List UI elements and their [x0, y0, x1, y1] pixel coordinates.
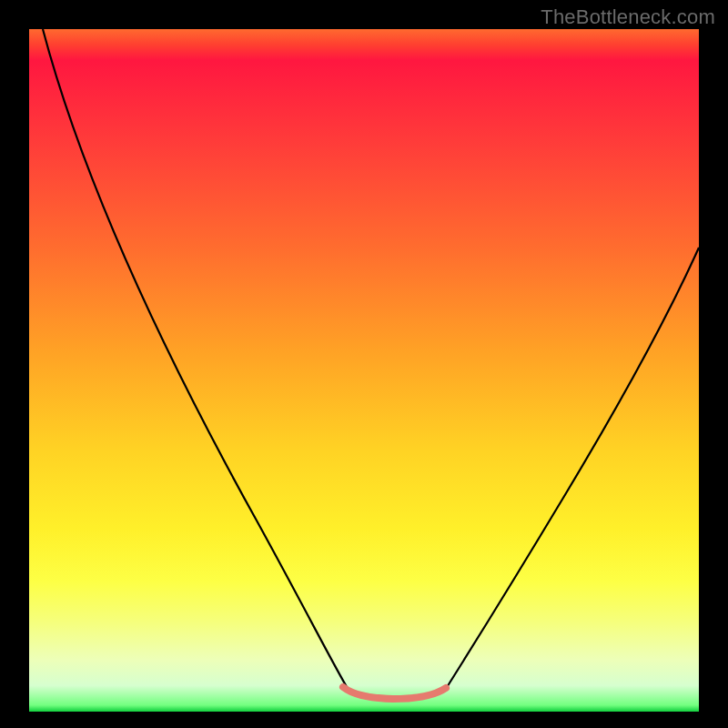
right-curve — [444, 248, 699, 692]
watermark-text: TheBottleneck.com — [541, 5, 715, 29]
plot-area — [29, 29, 699, 712]
left-curve — [43, 29, 349, 692]
curves-svg — [29, 29, 699, 712]
trough-highlight — [343, 687, 446, 699]
